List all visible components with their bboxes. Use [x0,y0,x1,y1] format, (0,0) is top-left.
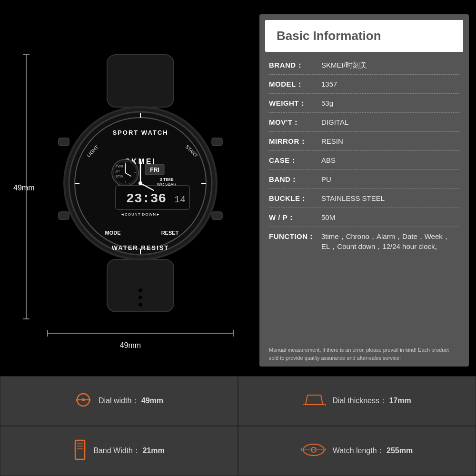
info-label-3: MOV'T： [269,117,321,127]
info-label-4: MIRROR： [269,136,321,146]
info-value-0: SKMEI/时刻美 [321,60,459,70]
svg-rect-15 [59,212,69,219]
info-title: Basic Information [277,29,452,43]
specs-grid: Dial width： 49mm Dial thickness： 17mm Ba… [0,376,476,476]
svg-text:14: 14 [174,194,186,205]
info-panel: Basic Information BRAND：SKMEI/时刻美MODEL：1… [259,14,469,367]
svg-text:23:36: 23:36 [126,191,166,206]
dim-bottom-label: 49mm [120,341,141,350]
info-row-5: CASE：ABS [269,151,459,170]
svg-text:SPORT WATCH: SPORT WATCH [112,129,168,136]
info-label-2: WEIGHT： [269,98,321,108]
svg-rect-6 [107,55,174,107]
info-row-6: BAND：PU [269,170,459,189]
info-note: Manual measurement, if there is an error… [259,343,469,367]
svg-text:RESET: RESET [161,230,179,236]
info-value-1: 1357 [321,79,459,89]
info-row-7: BUCKLE：STAINLESS STEEL [269,189,459,208]
info-label-0: BRAND： [269,60,321,70]
svg-marker-56 [306,395,323,405]
info-label-1: MODEL： [269,79,321,89]
spec-cell-2: Band Width： 21mm [0,426,238,476]
info-row-1: MODEL：1357 [269,75,459,94]
svg-text:WR 5BAR: WR 5BAR [157,182,177,187]
svg-text:STW: STW [116,175,123,178]
spec-icon-1 [303,393,326,409]
spec-icon-2 [73,439,87,463]
info-row-0: BRAND：SKMEI/时刻美 [269,56,459,75]
info-value-7: STAINLESS STEEL [321,193,459,203]
spec-text-1: Dial thickness： 17mm [332,396,411,406]
info-label-7: BUCKLE： [269,193,321,203]
watch-image: SPORT WATCH SKMEI TWR NT [45,50,236,317]
spec-text-0: Dial width： 49mm [99,396,163,406]
svg-text:NT: NT [116,169,120,173]
dim-side-label: 49mm [13,184,34,192]
svg-text:◄COUNT DOWN►: ◄COUNT DOWN► [120,212,160,217]
svg-rect-14 [59,138,69,146]
info-row-4: MIRROR：RESIN [269,132,459,151]
spec-cell-3: Watch length： 255mm [238,426,476,476]
info-row-9: FUNCTION：3time，Chrono，Alarm，Date，Week，EL… [269,227,459,256]
info-value-3: DIGITAL [321,117,459,127]
info-label-9: FUNCTION： [269,231,321,241]
watch-area: 49mm [0,0,252,376]
info-value-8: 50M [321,212,459,222]
svg-point-53 [82,398,85,401]
svg-text:TWR: TWR [116,165,123,168]
info-body: BRAND：SKMEI/时刻美MODEL：1357WEIGHT：53gMOV'T… [259,52,469,341]
info-header: Basic Information [265,20,463,52]
spec-text-2: Band Width： 21mm [93,446,164,456]
svg-text:3 TIME: 3 TIME [159,177,173,182]
svg-point-9 [139,296,142,299]
svg-point-10 [139,303,142,307]
info-label-8: W / P： [269,212,321,222]
svg-point-50 [139,181,142,185]
info-value-9: 3time，Chrono，Alarm，Date，Week，EL，Count do… [321,231,459,251]
main-area: 49mm [0,0,476,376]
spec-text-3: Watch length： 255mm [333,446,413,456]
svg-point-8 [139,288,142,292]
info-value-2: 53g [321,98,459,108]
svg-text:MODE: MODE [105,230,121,236]
info-row-2: WEIGHT：53g [269,94,459,113]
spec-icon-0 [75,391,92,411]
spec-icon-3 [301,442,326,460]
svg-rect-17 [212,212,222,219]
info-label-5: CASE： [269,155,321,165]
spec-cell-0: Dial width： 49mm [0,376,238,426]
svg-text:FRI: FRI [150,167,159,173]
spec-cell-1: Dial thickness： 17mm [238,376,476,426]
info-value-6: PU [321,174,459,184]
info-row-3: MOV'T：DIGITAL [269,113,459,132]
info-row-8: W / P：50M [269,208,459,227]
info-value-4: RESIN [321,136,459,146]
svg-rect-16 [212,138,222,146]
info-label-6: BAND： [269,174,321,184]
info-value-5: ABS [321,155,459,165]
